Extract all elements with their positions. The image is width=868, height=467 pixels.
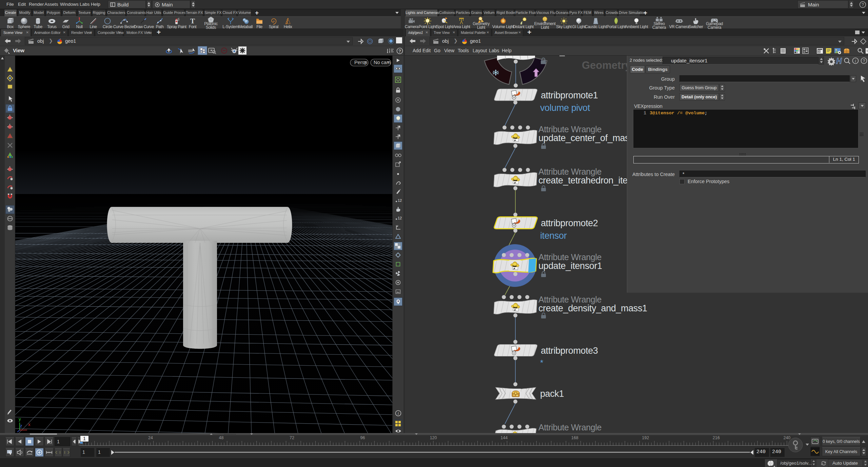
svg-text:Attribute Wrangle: Attribute Wrangle xyxy=(538,124,601,134)
svg-text:attribpromote3: attribpromote3 xyxy=(541,346,598,356)
svg-text:48: 48 xyxy=(219,435,223,440)
svg-text:update_itensor1: update_itensor1 xyxy=(538,261,602,271)
svg-text:Attribute Wrangle: Attribute Wrangle xyxy=(538,295,601,304)
svg-text:72: 72 xyxy=(290,435,294,440)
svg-text:Attribute Wrangle: Attribute Wrangle xyxy=(538,252,601,262)
svg-text:?: ? xyxy=(863,59,865,63)
svg-text:i: i xyxy=(855,59,856,63)
svg-text:120: 120 xyxy=(430,435,437,440)
svg-text:Attribute Wrangle: Attribute Wrangle xyxy=(538,167,601,176)
svg-text:12: 12 xyxy=(398,198,402,202)
svg-text:Geometry: Geometry xyxy=(582,59,631,71)
svg-text:96: 96 xyxy=(360,435,365,440)
svg-text:?: ? xyxy=(398,48,401,54)
svg-text:y: y xyxy=(19,416,21,422)
svg-text:attribpromote1: attribpromote1 xyxy=(541,90,598,100)
svg-text:144: 144 xyxy=(500,435,508,440)
svg-text:itensor: itensor xyxy=(540,231,567,241)
svg-text:z: z xyxy=(20,423,22,428)
svg-text:update_center_of_mass1: update_center_of_mass1 xyxy=(538,133,639,143)
svg-text:*: * xyxy=(540,358,543,367)
svg-text:pack1: pack1 xyxy=(540,389,564,399)
svg-text:12: 12 xyxy=(398,216,402,220)
svg-text:168: 168 xyxy=(571,435,578,440)
svg-text:x: x xyxy=(28,422,31,427)
svg-text:?: ? xyxy=(862,2,864,7)
svg-text:Attribute Wrangle: Attribute Wrangle xyxy=(538,423,601,432)
svg-text:i: i xyxy=(398,411,399,416)
svg-text:H: H xyxy=(836,57,842,65)
svg-text:192: 192 xyxy=(642,435,649,440)
svg-text:volume pivot: volume pivot xyxy=(540,103,590,113)
svg-text:attribpromote2: attribpromote2 xyxy=(541,218,598,228)
svg-text:create_density_and_mass1: create_density_and_mass1 xyxy=(538,303,647,313)
svg-text:create_tetrahedron_itens: create_tetrahedron_itens xyxy=(538,175,637,186)
svg-text:24: 24 xyxy=(148,435,153,440)
svg-text:216: 216 xyxy=(713,435,720,440)
